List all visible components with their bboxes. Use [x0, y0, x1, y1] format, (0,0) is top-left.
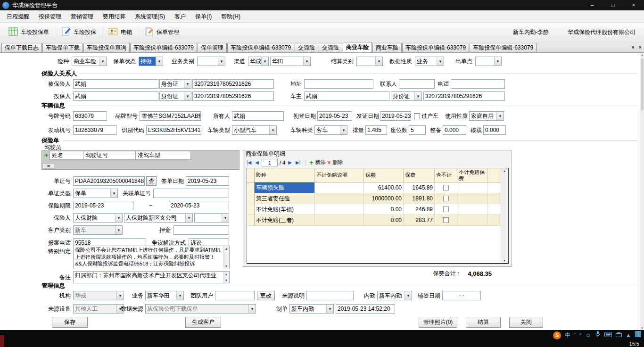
business-category-select[interactable]: [197, 57, 225, 66]
insurance-type-select[interactable]: 商业车险: [72, 57, 107, 66]
col-amount[interactable]: 保额: [364, 168, 404, 182]
settle-button[interactable]: 结算: [466, 317, 501, 328]
menu-marketing[interactable]: 营销管理: [66, 10, 98, 23]
owner-name-input[interactable]: 武娟: [304, 91, 389, 101]
cell-exempt-note[interactable]: [315, 215, 364, 225]
policy-status-select[interactable]: 待做: [139, 57, 163, 66]
applicant-id-type-select[interactable]: 身份证: [159, 91, 191, 101]
menu-customer[interactable]: 客户: [170, 10, 190, 23]
cell-include-exempt[interactable]: [435, 204, 457, 215]
minimize-icon[interactable]: –: [582, 0, 603, 10]
manage-photos-button[interactable]: 管理照片(0): [419, 317, 457, 328]
channel-select-1[interactable]: 华成: [248, 57, 269, 66]
toolbar-policy-manage-button[interactable]: 保单管理: [140, 25, 183, 40]
content-vertical-scrollbar[interactable]: [640, 53, 644, 330]
channel-select-2[interactable]: 华田: [270, 57, 311, 66]
row-selector[interactable]: [247, 193, 255, 204]
seats-input[interactable]: 5: [409, 125, 426, 135]
checkbox[interactable]: [443, 207, 449, 212]
contact-input[interactable]: [399, 79, 435, 89]
vehicle-owner-input[interactable]: 武娟: [232, 111, 284, 121]
phone-input[interactable]: [451, 79, 505, 89]
row-selector[interactable]: [247, 182, 255, 193]
menu-help[interactable]: 帮助(H): [216, 10, 245, 23]
driver-col-license-class[interactable]: 准驾车型: [135, 151, 191, 160]
menu-system[interactable]: 系统管理(S): [130, 10, 170, 23]
prev-page-icon[interactable]: ◀: [254, 160, 260, 165]
outlet-select[interactable]: [475, 57, 502, 66]
save-button[interactable]: 保存: [52, 317, 88, 328]
tab-item[interactable]: 保单下载日志: [1, 43, 42, 52]
org-select[interactable]: 华成: [73, 291, 124, 300]
last-page-icon[interactable]: ▶|: [295, 160, 301, 165]
detail-row[interactable]: 不计免赔(三者) 0.00 283.77: [247, 215, 501, 226]
tab-item[interactable]: 车险投保单查询: [83, 43, 130, 52]
cell-premium[interactable]: 246.89: [404, 204, 435, 215]
insured-name-input[interactable]: 武娟: [73, 79, 158, 89]
data-source-select[interactable]: 从保险公司下载保单: [145, 304, 256, 314]
detail-row[interactable]: 不计免赔(车损) 0.00 246.89: [247, 204, 501, 215]
ime-fullwidth-icon[interactable]: °: [579, 331, 582, 339]
tab-close-icon[interactable]: [639, 44, 642, 50]
maker-time-input[interactable]: 2019-05-23 14:52:20: [336, 304, 395, 314]
menu-fee-settlement[interactable]: 费用结算: [98, 10, 130, 23]
cell-risk-name[interactable]: 不计免赔(车损): [255, 204, 315, 215]
insured-id-no-input[interactable]: 320723197805291626: [192, 79, 274, 89]
insurer-branch-select[interactable]: 人保财险新区支公司: [124, 213, 193, 223]
textarea-scrollbar[interactable]: [223, 272, 229, 283]
toolbar-auto-insure-button[interactable]: 车险投保: [57, 25, 100, 40]
add-row-icon[interactable]: +: [309, 159, 313, 166]
cell-exempt-note[interactable]: [315, 193, 364, 204]
staff-select[interactable]: 新车内勤: [377, 291, 412, 300]
ime-chinese-mode-icon[interactable]: 中: [565, 331, 570, 339]
cell-exempt-premium[interactable]: [457, 182, 487, 193]
owner-id-type-select[interactable]: 身份证: [391, 91, 422, 101]
customer-category-select[interactable]: 新车: [73, 225, 123, 235]
col-exempt-premium[interactable]: 不计免赔保费: [457, 168, 487, 182]
vin-input[interactable]: LSGKB52H5KV134149: [146, 125, 201, 135]
doc-no-search-button[interactable]: 查: [146, 176, 157, 186]
curb-weight-input[interactable]: 0.000: [443, 125, 466, 135]
menu-policy[interactable]: 保单(I): [190, 10, 216, 23]
displacement-input[interactable]: 1.485: [365, 125, 387, 135]
plate-no-input[interactable]: 633079: [73, 111, 107, 121]
tab-item[interactable]: 交强险: [295, 43, 318, 52]
sign-date-input[interactable]: 2019-05-23: [186, 176, 229, 186]
doc-type-select[interactable]: 保单: [73, 189, 118, 198]
driver-col-license-no[interactable]: 驾驶证号: [83, 151, 136, 160]
insured-id-type-select[interactable]: 身份证: [159, 79, 191, 89]
insurer-sub-select[interactable]: [194, 213, 229, 223]
maximize-icon[interactable]: □: [603, 0, 623, 10]
period-to-input[interactable]: 2020-05-23: [169, 201, 229, 210]
doc-no-input[interactable]: PDAA20193205000041848: [73, 176, 145, 186]
next-page-icon[interactable]: ▶: [287, 160, 293, 165]
brand-model-input[interactable]: 雪佛兰SGM7152LAAB轿: [140, 111, 201, 121]
cell-amount[interactable]: 0.00: [364, 215, 404, 225]
tab-item[interactable]: 商业车险: [372, 43, 402, 52]
cell-include-exempt[interactable]: [435, 182, 457, 193]
row-selector[interactable]: [247, 215, 255, 225]
cell-amount[interactable]: 0.00: [364, 204, 404, 215]
menu-schedule[interactable]: 日程提醒: [2, 10, 34, 23]
close-button[interactable]: 关闭: [509, 317, 543, 328]
ime-punctuation-icon[interactable]: ’: [574, 331, 576, 339]
tab-item[interactable]: 车险投保单编辑-633079: [227, 43, 294, 52]
textarea-scrollbar[interactable]: [223, 246, 229, 269]
settlement-category-select[interactable]: [356, 57, 383, 66]
related-doc-no-input[interactable]: [153, 189, 229, 198]
data-nature-select[interactable]: 业务: [415, 57, 444, 66]
tab-item[interactable]: 保单管理: [198, 43, 227, 52]
grid-vertical-scrollbar[interactable]: [501, 168, 508, 263]
page-number-input[interactable]: 1: [262, 159, 278, 166]
col-exempt-note[interactable]: 不计免赔说明: [315, 168, 364, 182]
usage-select[interactable]: 家庭自用: [469, 111, 504, 121]
special-clause-textarea[interactable]: 保险公司不会让您在ATM机上进行任何操作，凡是要求到ATM机上进行所谓退款项操作…: [73, 246, 230, 269]
business-select[interactable]: 新车华田: [145, 291, 184, 300]
generate-customer-button[interactable]: 生成客户: [185, 317, 221, 328]
maker-select[interactable]: 新车内勤: [289, 304, 334, 314]
cell-exempt-note[interactable]: [315, 204, 364, 215]
toolbox-icon[interactable]: [616, 331, 622, 339]
source-device-select[interactable]: 其他人工: [73, 304, 124, 314]
menu-underwriting[interactable]: 投保管理: [34, 10, 66, 23]
delete-row-button[interactable]: 删除: [332, 159, 343, 166]
